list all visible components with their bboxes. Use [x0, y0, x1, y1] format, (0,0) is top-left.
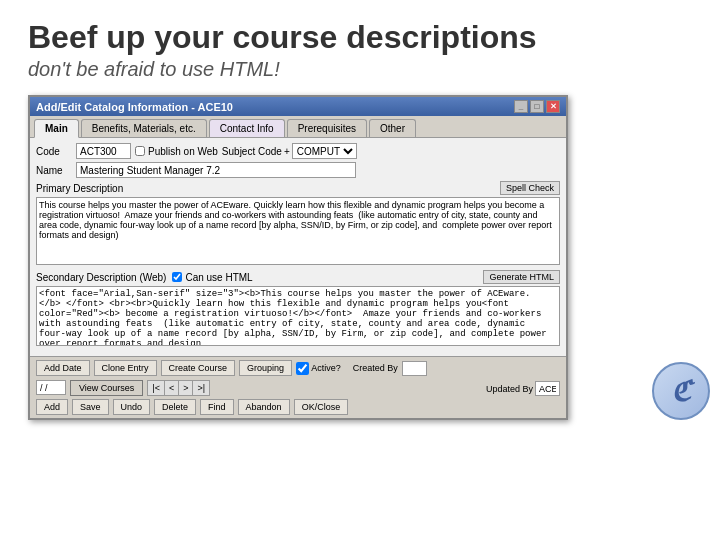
publish-web-label: Publish on Web — [148, 146, 218, 157]
subject-code-label: Subject Code — [222, 146, 282, 157]
toolbar-row2: View Courses |< < > >| Updated By — [36, 379, 560, 396]
spell-check-button[interactable]: Spell Check — [500, 181, 560, 195]
add-button[interactable]: Add — [36, 399, 68, 415]
nav-first-button[interactable]: |< — [148, 381, 165, 395]
tab-main[interactable]: Main — [34, 119, 79, 138]
nav-last-button[interactable]: >| — [193, 381, 209, 395]
save-button[interactable]: Save — [72, 399, 109, 415]
undo-button[interactable]: Undo — [113, 399, 151, 415]
close-button[interactable]: ✕ — [546, 100, 560, 113]
maximize-button[interactable]: □ — [530, 100, 544, 113]
can-use-html-row: Can use HTML — [172, 272, 252, 283]
logo-circle: ℭ — [652, 362, 710, 420]
primary-desc-section: Primary Description Spell Check This cou… — [36, 181, 560, 267]
publish-web-checkbox[interactable] — [135, 146, 145, 156]
action-buttons-row: Add Save Undo Delete Find Abandon OK/Clo… — [36, 399, 560, 415]
can-use-html-label: Can use HTML — [185, 272, 252, 283]
main-title: Beef up your course descriptions — [28, 18, 692, 56]
created-by-input[interactable] — [402, 361, 427, 376]
subtitle: don't be afraid to use HTML! — [28, 58, 692, 81]
logo-symbol: ℭ — [671, 375, 691, 408]
updated-by-label: Updated By — [486, 384, 533, 394]
subject-code-select[interactable]: COMPUTR — [292, 143, 357, 159]
date-field[interactable] — [36, 380, 66, 395]
code-input[interactable] — [76, 143, 131, 159]
titlebar-buttons: _ □ ✕ — [514, 100, 560, 113]
delete-button[interactable]: Delete — [154, 399, 196, 415]
dialog-body: Code Publish on Web Subject Code + COMPU… — [30, 138, 566, 356]
active-checkbox[interactable] — [296, 362, 309, 375]
code-label: Code — [36, 146, 72, 157]
subject-code-plus: + — [284, 146, 290, 157]
dialog-title: Add/Edit Catalog Information - ACE10 — [36, 101, 233, 113]
view-courses-button[interactable]: View Courses — [70, 380, 143, 396]
find-button[interactable]: Find — [200, 399, 234, 415]
name-input[interactable] — [76, 162, 356, 178]
active-check-row: Active? — [296, 362, 341, 375]
minimize-button[interactable]: _ — [514, 100, 528, 113]
tab-contact-info[interactable]: Contact Info — [209, 119, 285, 137]
name-row: Name — [36, 162, 560, 178]
dialog: Add/Edit Catalog Information - ACE10 _ □… — [28, 95, 568, 420]
subject-code-group: Subject Code + COMPUTR — [222, 143, 357, 159]
tab-other[interactable]: Other — [369, 119, 416, 137]
dialog-titlebar: Add/Edit Catalog Information - ACE10 _ □… — [30, 97, 566, 116]
add-date-button[interactable]: Add Date — [36, 360, 90, 376]
toolbar-row1: Add Date Clone Entry Create Course Group… — [36, 360, 560, 376]
dialog-wrapper: Add/Edit Catalog Information - ACE10 _ □… — [0, 89, 720, 430]
header: Beef up your course descriptions don't b… — [0, 0, 720, 89]
abandon-button[interactable]: Abandon — [238, 399, 290, 415]
logo: ℭ — [652, 362, 710, 420]
code-row: Code Publish on Web Subject Code + COMPU… — [36, 143, 560, 159]
created-by-label: Created By — [353, 363, 398, 373]
tab-benefits[interactable]: Benefits, Materials, etc. — [81, 119, 207, 137]
bottom-toolbar: Add Date Clone Entry Create Course Group… — [30, 356, 566, 418]
primary-desc-header: Primary Description Spell Check — [36, 181, 560, 195]
ok-close-button[interactable]: OK/Close — [294, 399, 349, 415]
name-label: Name — [36, 165, 72, 176]
create-course-button[interactable]: Create Course — [161, 360, 236, 376]
updated-by-input[interactable] — [535, 381, 560, 396]
can-use-html-checkbox[interactable] — [172, 272, 182, 282]
active-label: Active? — [311, 363, 341, 373]
generate-html-button[interactable]: Generate HTML — [483, 270, 560, 284]
dialog-tabs: Main Benefits, Materials, etc. Contact I… — [30, 116, 566, 138]
updated-row: Updated By — [486, 381, 560, 396]
primary-desc-label: Primary Description — [36, 183, 123, 194]
nav-buttons: |< < > >| — [147, 380, 210, 396]
clone-entry-button[interactable]: Clone Entry — [94, 360, 157, 376]
primary-desc-textarea[interactable]: This course helps you master the power o… — [36, 197, 560, 265]
secondary-desc-label: Secondary Description (Web) — [36, 272, 166, 283]
secondary-desc-header: Secondary Description (Web) Can use HTML… — [36, 270, 560, 284]
publish-web-row: Publish on Web — [135, 146, 218, 157]
nav-prev-button[interactable]: < — [165, 381, 179, 395]
grouping-button[interactable]: Grouping — [239, 360, 292, 376]
nav-next-button[interactable]: > — [179, 381, 193, 395]
secondary-desc-section: Secondary Description (Web) Can use HTML… — [36, 270, 560, 348]
tab-prerequisites[interactable]: Prerequisites — [287, 119, 367, 137]
secondary-desc-textarea[interactable]: <font face="Arial,San-serif" size="3"><b… — [36, 286, 560, 346]
